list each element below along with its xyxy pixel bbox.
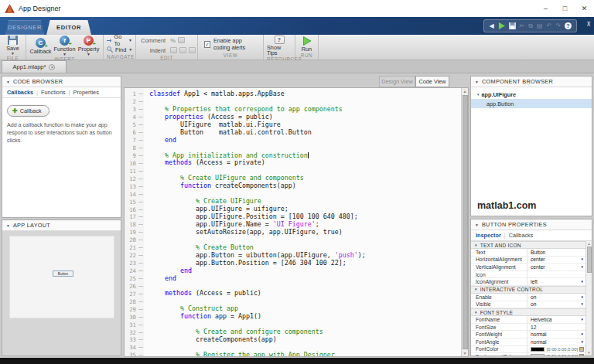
chevron-down-icon[interactable]: ▼: [581, 295, 584, 299]
paste-icon[interactable]: ▤: [537, 23, 543, 29]
copy-icon[interactable]: ⧉: [528, 23, 533, 29]
property-value[interactable]: center▼: [527, 264, 585, 270]
run-icon[interactable]: [498, 22, 505, 29]
tree-item-app-button[interactable]: app.Button: [471, 99, 592, 108]
code-line[interactable]: methods (Access = private): [149, 159, 461, 167]
find-button[interactable]: Find▼: [107, 45, 132, 54]
property-section-header[interactable]: ▼FONT STYLE: [471, 308, 592, 316]
property-value[interactable]: center▼: [527, 257, 585, 264]
editor-scrollbar[interactable]: ▲ ▼: [461, 88, 468, 356]
properties-scrollbar[interactable]: ▲ ▼: [585, 241, 592, 355]
undo-icon[interactable]: ↶: [547, 23, 552, 29]
indent-left-icon[interactable]: [189, 47, 196, 53]
insert-callback-button[interactable]: C+ Callback: [29, 38, 52, 54]
scroll-down-icon[interactable]: ▼: [587, 350, 590, 355]
save-icon[interactable]: [509, 22, 516, 29]
code-line[interactable]: end: [149, 275, 461, 283]
chevron-down-icon[interactable]: ▼: [581, 318, 584, 321]
property-icon: P+: [84, 36, 94, 46]
property-value[interactable]: normal▼: [527, 331, 585, 338]
button-properties-header[interactable]: ▼ BUTTON PROPERTIES: [471, 219, 592, 230]
insert-function-button[interactable]: f+ Function ▼: [53, 36, 76, 56]
minimize-button[interactable]: –: [536, 0, 555, 17]
collapse-triangle-icon: ▼: [474, 243, 478, 247]
redo-icon[interactable]: ↷: [555, 23, 561, 29]
cut-icon[interactable]: ✂: [520, 23, 525, 29]
expander-icon[interactable]: ▾: [477, 92, 480, 97]
add-callback-button[interactable]: ✚ Callback: [7, 105, 50, 117]
code-line[interactable]: % Register the app with App Designer: [149, 352, 461, 356]
uncomment-icon[interactable]: [178, 37, 185, 43]
code-view-button[interactable]: Code View: [415, 76, 449, 87]
preview-button[interactable]: Button: [53, 270, 73, 277]
tree-item-app-uifigure[interactable]: ▾app.UIFigure: [471, 90, 592, 99]
smart-indent-icon[interactable]: [170, 47, 177, 53]
document-tab[interactable]: App1.mlapp* ✕: [2, 60, 67, 73]
collapse-ribbon-icon[interactable]: ⊼: [586, 21, 591, 28]
property-value[interactable]: on▼: [527, 294, 585, 301]
line-number: 10: [125, 159, 144, 167]
tab-functions[interactable]: Functions: [41, 89, 66, 96]
tab-editor[interactable]: EDITOR: [46, 20, 91, 35]
property-value[interactable]: [527, 271, 585, 278]
property-value[interactable]: Button: [527, 249, 585, 256]
property-value[interactable]: on▼: [527, 301, 585, 308]
code-line[interactable]: methods (Access = public): [149, 290, 461, 298]
show-tips-button[interactable]: ? Show Tips: [267, 36, 292, 56]
insert-property-button[interactable]: P+ Property ▼: [77, 36, 100, 56]
tab-prop-callbacks[interactable]: Callbacks: [509, 232, 534, 239]
app-layout-header[interactable]: ▼ APP LAYOUT: [2, 220, 121, 231]
indent-right-icon[interactable]: [179, 47, 186, 53]
code-line[interactable]: function createComponents(app): [149, 182, 461, 190]
goto-button[interactable]: Go To▼: [107, 36, 132, 45]
app-layout-preview[interactable]: Button: [9, 236, 114, 318]
chevron-down-icon[interactable]: ▼: [581, 332, 584, 336]
chevron-down-icon[interactable]: ▼: [581, 280, 584, 284]
property-value[interactable]: left▼: [527, 278, 585, 285]
coding-alerts-checkbox[interactable]: ✓: [204, 41, 210, 48]
save-button[interactable]: Save ▼: [3, 36, 22, 56]
scroll-up-icon[interactable]: ▲: [587, 241, 590, 247]
chevron-down-icon[interactable]: ▼: [581, 257, 584, 261]
color-picker-icon[interactable]: [579, 354, 584, 356]
scrollbar-thumb[interactable]: [463, 95, 468, 349]
code-browser-header[interactable]: ▼ CODE BROWSER: [2, 77, 121, 87]
scrollbar-thumb[interactable]: [587, 247, 592, 273]
code-line[interactable]: end: [149, 137, 461, 145]
color-picker-icon[interactable]: [579, 347, 584, 352]
design-view-button[interactable]: Design View: [379, 76, 415, 87]
property-section-header[interactable]: ▼INTERACTIVE CONTROL: [471, 286, 592, 294]
tab-inspector[interactable]: Inspector: [476, 232, 501, 239]
collapse-left-icon[interactable]: ◀: [489, 23, 493, 29]
property-value[interactable]: [0.96,0.96,0.96]: [527, 353, 585, 356]
chevron-down-icon[interactable]: ▼: [581, 340, 584, 344]
tab-callbacks[interactable]: Callbacks: [7, 89, 33, 96]
property-value[interactable]: 12: [527, 324, 585, 331]
property-section-header[interactable]: ▼TEXT AND ICON: [471, 241, 592, 249]
editor-code[interactable]: classdef App1 < matlab.apps.AppBase % Pr…: [144, 88, 461, 356]
code-line[interactable]: app.Button.Position = [246 304 100 22];: [149, 260, 461, 267]
code-line[interactable]: end: [149, 267, 461, 275]
tab-properties[interactable]: Properties: [73, 89, 99, 96]
close-button[interactable]: ✕: [575, 0, 594, 17]
code-line[interactable]: Button matlab.ui.control.Button: [149, 129, 461, 137]
close-icon[interactable]: ✕: [49, 64, 55, 70]
comment-icon[interactable]: %: [170, 37, 176, 44]
property-value[interactable]: normal▼: [527, 338, 585, 345]
component-browser-header[interactable]: ▼ COMPONENT BROWSER: [471, 77, 592, 87]
save-icon: [8, 36, 18, 45]
code-line[interactable]: createComponents(app): [149, 336, 461, 344]
property-value[interactable]: [0.00,0.00,0.00]: [527, 346, 585, 353]
code-line[interactable]: classdef App1 < matlab.apps.AppBase: [149, 90, 461, 98]
tab-designer[interactable]: DESIGNER: [5, 20, 44, 35]
code-line[interactable]: setAutoResize(app, app.UIFigure, true): [149, 229, 461, 236]
chevron-down-icon[interactable]: ▼: [581, 302, 584, 306]
chevron-down-icon[interactable]: ▼: [581, 265, 584, 269]
scroll-down-icon[interactable]: ▼: [463, 350, 467, 356]
code-line[interactable]: function app = App1(): [149, 313, 461, 321]
run-button[interactable]: Run: [299, 36, 315, 52]
property-value[interactable]: Helvetica▼: [527, 316, 585, 323]
maximize-button[interactable]: □: [555, 0, 575, 17]
help-icon[interactable]: ?: [565, 22, 572, 29]
scroll-up-icon[interactable]: ▲: [463, 88, 467, 94]
